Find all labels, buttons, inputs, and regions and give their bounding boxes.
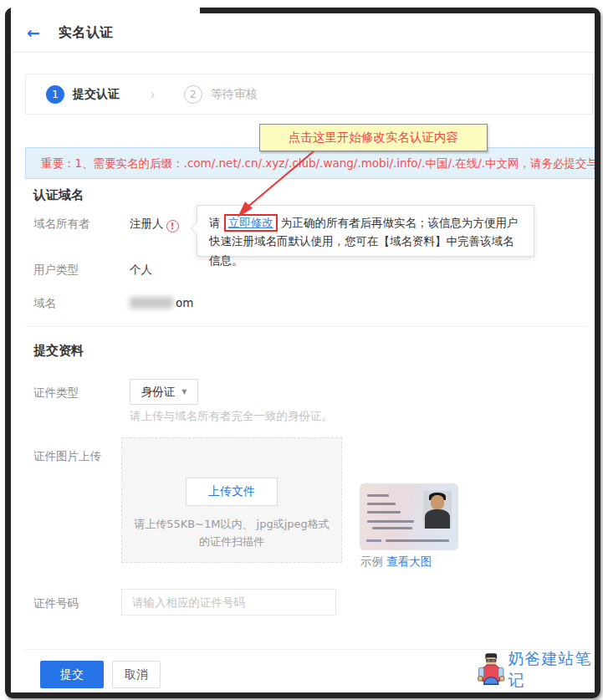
watermark: 奶爸建站笔记 — [477, 648, 595, 692]
chevron-down-icon: ▼ — [181, 388, 187, 396]
upload-hint-text: 请上传55KB~1M以内、 jpg或jpeg格式的证件扫描件 — [130, 515, 333, 551]
upload-dropzone[interactable]: 上传文件 请上传55KB~1M以内、 jpg或jpeg格式的证件扫描件 — [121, 437, 342, 563]
cert-no-input[interactable] — [121, 589, 336, 616]
upload-file-button[interactable]: 上传文件 — [186, 478, 278, 506]
user-type-value: 个人 — [130, 263, 152, 278]
cert-no-label: 证件号码 — [33, 596, 79, 611]
step-wizard: 1 提交认证 › 2 等待审核 — [25, 74, 593, 115]
cert-type-label: 证件类型 — [33, 386, 79, 401]
section-divider — [25, 326, 588, 327]
cert-type-hint: 请上传与域名所有者完全一致的身份证。 — [130, 409, 333, 424]
tip-prefix: 请 — [209, 216, 221, 229]
page-body: 1 提交认证 › 2 等待审核 点击这里开始修改实名认证内容 重要：1、需要实名… — [11, 54, 595, 692]
owner-value-text: 注册人 — [130, 217, 164, 230]
step-number-badge: 2 — [184, 85, 202, 104]
user-type-label: 用户类型 — [33, 263, 79, 278]
annotation-tooltip: 点击这里开始修改实名认证内容 — [259, 124, 488, 151]
step-label: 等待审核 — [211, 87, 258, 102]
page-header: ← 实名认证 — [11, 13, 595, 53]
submit-button[interactable]: 提交 — [40, 661, 104, 688]
cancel-button[interactable]: 取消 — [112, 661, 161, 688]
page-title: 实名认证 — [59, 24, 114, 42]
annotation-arrow-icon — [227, 149, 331, 222]
warning-icon[interactable]: ! — [166, 220, 179, 232]
upload-label: 证件图片上传 — [33, 449, 101, 464]
section-title-auth-domain: 认证域名 — [33, 187, 84, 203]
section-title-submit-material: 提交资料 — [33, 343, 84, 359]
real-name-auth-page: ← 实名认证 1 提交认证 › 2 等待审核 点击这里开始修改实名认证内容 重要… — [0, 0, 603, 700]
view-large-image-link[interactable]: 查看大图 — [386, 554, 432, 568]
step-number-badge: 1 — [46, 85, 64, 104]
step-submit-auth: 1 提交认证 — [46, 85, 120, 104]
step-wait-review: 2 等待审核 — [184, 85, 258, 104]
chevron-right-icon: › — [150, 86, 156, 103]
cert-type-value: 身份证 — [141, 385, 176, 400]
sample-label: 示例 — [360, 554, 383, 568]
domain-visible-value: om — [176, 296, 193, 309]
sample-caption: 示例 查看大图 — [360, 554, 432, 570]
owner-row-value: 注册人! — [130, 217, 179, 232]
mascot-icon — [477, 650, 506, 690]
back-arrow-icon[interactable]: ← — [27, 23, 40, 42]
owner-row-label: 域名所有者 — [33, 217, 90, 232]
step-label: 提交认证 — [73, 87, 120, 102]
id-photo — [423, 491, 452, 529]
cert-type-dropdown[interactable]: 身份证 ▼ — [130, 379, 198, 405]
sample-id-card-image — [360, 483, 458, 550]
domain-blurred-value — [130, 297, 173, 309]
watermark-text: 奶爸建站笔记 — [508, 648, 595, 692]
popover-pointer — [191, 222, 202, 234]
domain-label: 域名 — [33, 296, 56, 311]
